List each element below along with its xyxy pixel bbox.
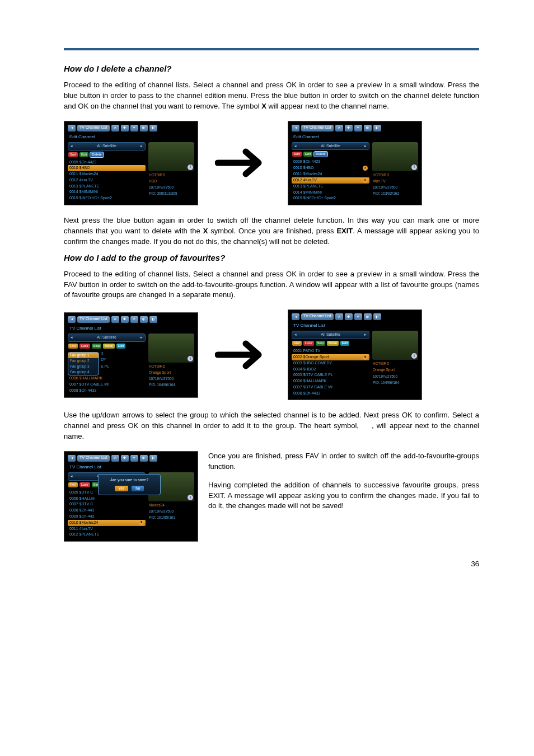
icon: ◐: [140, 455, 148, 462]
list-item: 0010 $HBO✕: [292, 165, 369, 171]
text: E PL: [99, 364, 111, 370]
move-btn: Move: [103, 344, 115, 349]
satellite-selector: ◂All Satellite▸: [292, 331, 369, 339]
list-item: 0010 $HBO: [68, 165, 146, 171]
action-buttons: Sort Edit Delete: [292, 152, 369, 157]
ss-header: ◂ TV Channel List A ✚ ✶ ◐ ◧: [292, 313, 418, 320]
icon: ✚: [121, 125, 129, 132]
meta: 10719/V/27500: [372, 185, 418, 190]
para-delete-1: Proceed to the editing of channel lists.…: [64, 80, 479, 112]
figure-row-fav: ◂ TV Channel List A ✚ ✶ ◐ ◧ TV Channel L…: [64, 309, 479, 400]
icon: ◐: [140, 125, 148, 132]
icon: ◧: [373, 313, 381, 320]
ss-subtitle: TV Channel List: [68, 464, 194, 470]
fav-btn: FAV: [292, 341, 302, 346]
satellite-selector: ◂All Satellite▸: [68, 142, 146, 151]
fav-btn: FAV: [68, 482, 78, 487]
az-icon: A: [111, 125, 119, 132]
screenshot-edit-channel-before: ◂ TV Channel List A ✚ ✶ ◐ ◧ Edit Channel…: [64, 121, 198, 205]
list-item: 0013 $PLANETE: [292, 184, 369, 190]
icon: ✶: [130, 125, 138, 132]
figure-row-delete: ◂ TV Channel List A ✚ ✶ ◐ ◧ Edit Channel…: [64, 121, 479, 206]
dialog-text: Are you sure to save?: [110, 478, 148, 483]
text: 0002 $Orange Sport: [293, 355, 329, 360]
ss-title: TV Channel List: [301, 125, 334, 132]
list-item: 0012 4fun.TV: [68, 177, 146, 184]
list-item: 0009 $Ch-4423: [68, 159, 146, 166]
screenshot-fav-marked: ◂ TV Channel List A ✚ ✶ ◐ ◧ TV Channel L…: [288, 309, 422, 400]
meta: Orange Sport: [148, 370, 194, 375]
back-icon: ◂: [292, 313, 299, 320]
list-item: 0004 $HBO2: [292, 367, 369, 373]
popup-item: Fav group 2: [68, 358, 99, 364]
icon: ✶: [354, 125, 362, 132]
meta: 10719/V/27500: [372, 374, 418, 379]
meta: PID: 161/85/161: [148, 515, 194, 520]
list-item: 0012 $PLANETE: [68, 532, 146, 538]
meta: HOTBIRD: [372, 173, 418, 177]
icon: A: [111, 316, 119, 323]
meta: PID: 164/96/164: [372, 381, 418, 385]
edit-btn: Edit: [340, 341, 349, 346]
icon: ◧: [373, 125, 381, 132]
preview: i: [372, 331, 418, 360]
delete-mark-icon: ✕: [363, 166, 368, 171]
exit-label: EXIT: [336, 227, 353, 235]
icon: ◧: [149, 125, 157, 132]
icon: ◐: [140, 316, 148, 323]
ss-title: TV Channel List: [77, 125, 110, 132]
skip-btn: Skip: [92, 344, 102, 349]
info-icon: i: [188, 495, 193, 500]
screenshot-edit-channel-after: ◂ TV Channel List A ✚ ✶ ◐ ◧ Edit Channel…: [288, 121, 422, 206]
back-icon: ◂: [68, 125, 76, 132]
list-item: 0012 4fun.TV✕: [292, 177, 369, 184]
text: All Satellite: [321, 332, 340, 337]
info-icon: i: [411, 165, 417, 170]
heart-icon: ♥: [139, 520, 144, 525]
text: 0012 4fun.TV: [293, 178, 317, 183]
para-fav-4: Having completed the addition of channel…: [208, 480, 479, 512]
sort-btn: Sort: [292, 152, 302, 157]
back-icon: ◂: [68, 455, 76, 462]
icon: A: [335, 313, 343, 320]
ss-header: ◂ TV Channel List A ✚ ✶ ◐ ◧: [68, 316, 194, 323]
ss-title: TV Channel List: [301, 313, 334, 320]
para-fav-2: Use the up/down arrows to select the gro…: [64, 410, 479, 442]
list-item: 0011 4fun.TV: [68, 526, 146, 532]
list-item: 0003 $HBO COMEDY: [292, 360, 369, 367]
preview: i: [372, 142, 418, 171]
meta: HBO: [148, 179, 194, 184]
icon: ✚: [121, 316, 129, 323]
x-symbol: X: [261, 102, 266, 110]
skip-btn: Skip: [316, 341, 326, 346]
meta: PID: 164/96/164: [148, 383, 194, 387]
lock-btn: Lock: [79, 482, 90, 487]
action-buttons: FAV Lock Skip Move Edit: [68, 344, 146, 349]
ss-subtitle: Edit Channel: [292, 134, 418, 140]
meta: HOTBIRD: [372, 361, 418, 366]
ss-header: ◂ TV Channel List A ✚ ✶ ◐ ◧: [68, 455, 194, 462]
screenshot-confirm-save: ◂ TV Channel List A ✚ ✶ ◐ ◧ TV Channel L…: [64, 451, 198, 542]
sort-btn: Sort: [68, 152, 78, 157]
list-item: 0001 PATIO TV: [292, 348, 369, 354]
icon: ◧: [149, 455, 157, 462]
satellite-selector: ◂All Satellite▸: [292, 142, 369, 151]
dialog-btns: Yes No: [115, 486, 144, 491]
heading-add-favourites: How do I add to the group of favourites?: [64, 253, 479, 262]
meta: PID: 368/313/368: [148, 191, 194, 196]
ss-header: ◂ TV Channel List A ✚ ✶ ◐ ◧: [292, 125, 418, 132]
text: rt: [99, 351, 111, 357]
ss-subtitle: Edit Channel: [68, 134, 194, 140]
move-btn: Move: [327, 341, 339, 346]
icon: ✶: [130, 316, 138, 323]
text: All Satellite: [97, 144, 116, 149]
ss-title: TV Channel List: [77, 316, 110, 323]
list-item: 0006 $HALLMARK: [292, 378, 369, 384]
list-item: 0005 $DTV CABLE PL: [292, 372, 369, 378]
list-item: 0015 $INFO+/C+ Sport2: [292, 195, 369, 201]
meta: 4fun.TV: [372, 179, 418, 184]
icon: ◧: [149, 316, 157, 323]
list-item: 0006 $HALLMARK: [68, 375, 146, 382]
ss-subtitle: TV Channel List: [68, 326, 194, 331]
list-item: 0009 $Ch-442: [68, 514, 146, 520]
